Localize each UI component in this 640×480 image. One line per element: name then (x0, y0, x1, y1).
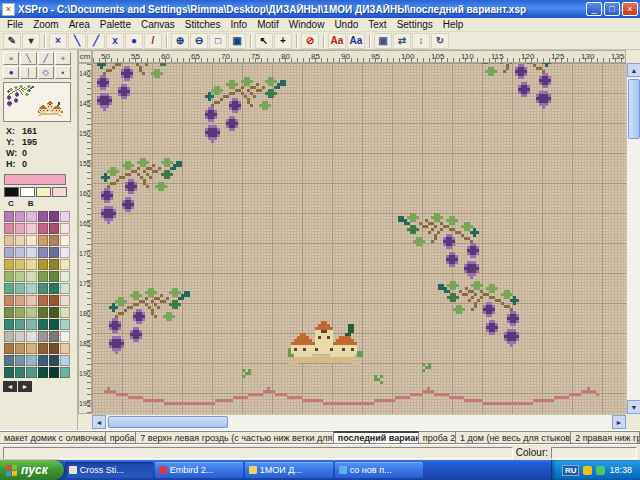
menu-item-8[interactable]: Motif (252, 19, 284, 30)
palette-swatch-2-5[interactable] (49, 223, 59, 234)
minimize-button[interactable]: _ (586, 2, 602, 16)
french-knot-icon[interactable]: ● (125, 33, 143, 49)
palette-swatch-3-3[interactable] (26, 235, 36, 246)
stitch-canvas[interactable] (92, 63, 626, 414)
taskbar-task-2[interactable]: Embird 2... (155, 462, 243, 478)
palette-swatch-1-1[interactable] (4, 211, 14, 222)
select-arrow-icon[interactable]: ↖ (255, 33, 273, 49)
menu-item-5[interactable]: Canvas (136, 19, 180, 30)
palette-swatch-8-5[interactable] (49, 295, 59, 306)
pattern-canvas[interactable] (92, 63, 626, 414)
palette-swatch-3-1[interactable] (4, 235, 14, 246)
palette-swatch-6-4[interactable] (38, 271, 48, 282)
palette-swatch-9-6[interactable] (60, 307, 70, 318)
petite-stitch-icon[interactable]: x (106, 33, 124, 49)
palette-swatch-11-6[interactable] (60, 331, 70, 342)
palette-next-button[interactable]: ► (18, 381, 32, 392)
tray-volume-icon[interactable] (596, 466, 605, 475)
palette-swatch-12-1[interactable] (4, 343, 14, 354)
zoom-in-icon[interactable]: ⊕ (171, 33, 189, 49)
palette-swatch-10-2[interactable] (15, 319, 25, 330)
palette-swatch-1-6[interactable] (60, 211, 70, 222)
palette-swatch-2-4[interactable] (38, 223, 48, 234)
palette-swatch-12-4[interactable] (38, 343, 48, 354)
stitch-tool-diamond[interactable]: ◇ (38, 66, 54, 79)
taskbar-task-4[interactable]: со нов п... (335, 462, 423, 478)
palette-swatch-4-2[interactable] (15, 247, 25, 258)
palette-swatch-11-3[interactable] (26, 331, 36, 342)
palette-swatch-13-6[interactable] (60, 355, 70, 366)
sheet-tab-3[interactable]: 7 верхн левая гроздь (с частью ниж ветки… (136, 431, 333, 444)
palette-swatch-6-5[interactable] (49, 271, 59, 282)
full-stitch-icon[interactable]: × (49, 33, 67, 49)
palette-swatch-6-1[interactable] (4, 271, 14, 282)
flip-horizontal-icon[interactable]: ⇄ (393, 33, 411, 49)
move-tool-icon[interactable]: + (274, 33, 292, 49)
palette-swatch-8-6[interactable] (60, 295, 70, 306)
palette-swatch-6-2[interactable] (15, 271, 25, 282)
palette-swatch-4-4[interactable] (38, 247, 48, 258)
menu-item-1[interactable]: File (2, 19, 28, 30)
sheet-tab-7[interactable]: 2 правая ниж гр. (571, 431, 640, 444)
palette-swatch-1-4[interactable] (38, 211, 48, 222)
palette-swatch-3-5[interactable] (49, 235, 59, 246)
palette-swatch-7-1[interactable] (4, 283, 14, 294)
palette-swatch-5-6[interactable] (60, 259, 70, 270)
palette-swatch-1-3[interactable] (26, 211, 36, 222)
palette-swatch-12-6[interactable] (60, 343, 70, 354)
menu-item-12[interactable]: Settings (392, 19, 438, 30)
stitch-tool-half-fwd[interactable]: ╱ (38, 52, 54, 65)
zoom-fit-icon[interactable]: ▣ (228, 33, 246, 49)
taskbar-task-3[interactable]: 1МОИ Д... (245, 462, 333, 478)
palette-swatch-13-5[interactable] (49, 355, 59, 366)
palette-swatch-7-2[interactable] (15, 283, 25, 294)
palette-swatch-1-5[interactable] (49, 211, 59, 222)
palette-swatch-8-3[interactable] (26, 295, 36, 306)
tray-antivirus-icon[interactable] (583, 466, 592, 475)
palette-swatch-3-6[interactable] (60, 235, 70, 246)
quarter-stitch-icon[interactable]: ╱ (87, 33, 105, 49)
zoom-out-icon[interactable]: ⊖ (190, 33, 208, 49)
horizontal-scroll-thumb[interactable] (108, 416, 228, 428)
pencil-dropdown-icon[interactable]: ▾ (22, 33, 40, 49)
menu-item-4[interactable]: Palette (95, 19, 136, 30)
palette-swatch-14-2[interactable] (15, 367, 25, 378)
palette-swatch-4-1[interactable] (4, 247, 14, 258)
menu-item-11[interactable]: Text (363, 19, 391, 30)
stitch-tool-half-back[interactable]: ╲ (20, 52, 36, 65)
palette-prev-button[interactable]: ◄ (3, 381, 17, 392)
palette-swatch-10-1[interactable] (4, 319, 14, 330)
menu-item-10[interactable]: Undo (329, 19, 363, 30)
menu-item-9[interactable]: Window (284, 19, 330, 30)
palette-swatch-10-3[interactable] (26, 319, 36, 330)
palette-swatch-9-2[interactable] (15, 307, 25, 318)
palette-swatch-4-3[interactable] (26, 247, 36, 258)
palette-swatch-14-6[interactable] (60, 367, 70, 378)
palette-swatch-6-3[interactable] (26, 271, 36, 282)
palette-swatch-14-1[interactable] (4, 367, 14, 378)
quick-colour-4[interactable] (52, 187, 67, 197)
palette-swatch-11-5[interactable] (49, 331, 59, 342)
palette-swatch-6-6[interactable] (60, 271, 70, 282)
taskbar-task-1[interactable]: Cross Sti... (65, 462, 153, 478)
palette-swatch-5-2[interactable] (15, 259, 25, 270)
palette-swatch-3-4[interactable] (38, 235, 48, 246)
sheet-tab-1[interactable]: макет домик с оливочками (0, 431, 106, 444)
current-colour-swatch[interactable] (4, 174, 66, 185)
palette-swatch-11-1[interactable] (4, 331, 14, 342)
palette-swatch-7-5[interactable] (49, 283, 59, 294)
scroll-down-button[interactable]: ▼ (627, 400, 640, 414)
palette-swatch-5-4[interactable] (38, 259, 48, 270)
half-stitch-icon[interactable]: ╲ (68, 33, 86, 49)
palette-swatch-3-2[interactable] (15, 235, 25, 246)
sheet-tab-5[interactable]: проба 2 (419, 431, 456, 444)
palette-swatch-13-1[interactable] (4, 355, 14, 366)
palette-swatch-7-6[interactable] (60, 283, 70, 294)
palette-swatch-14-4[interactable] (38, 367, 48, 378)
palette-swatch-10-6[interactable] (60, 319, 70, 330)
palette-swatch-2-3[interactable] (26, 223, 36, 234)
scroll-up-button[interactable]: ▲ (627, 63, 640, 77)
palette-swatch-11-4[interactable] (38, 331, 48, 342)
stitch-tool-bar[interactable]: │ (20, 66, 36, 79)
stitch-tool-full[interactable]: × (3, 52, 19, 65)
